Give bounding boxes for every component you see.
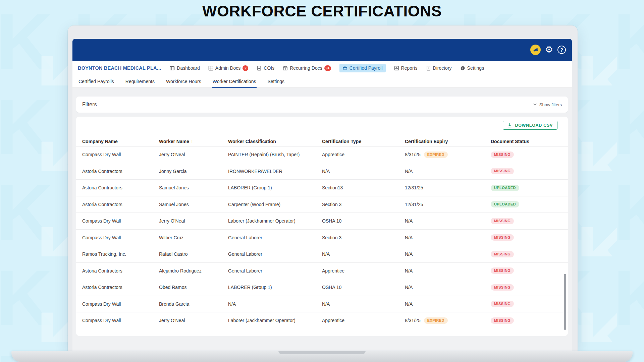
status-badge: MISSING [491, 234, 514, 241]
sort-ascending-icon: ↑ [191, 139, 193, 144]
filters-title: Filters [82, 102, 97, 108]
status-badge: MISSING [491, 251, 514, 257]
nav-item-certified-payroll[interactable]: Certified Payroll [339, 64, 386, 72]
worker-name-cell: Wilber Cruz [159, 235, 228, 240]
certification-type-cell: Section 3 [322, 202, 405, 207]
certification-type-cell: N/A [322, 251, 405, 257]
company-name-cell: Ramos Trucking, Inc. [82, 251, 159, 257]
worker-name-cell: Obed Ramos [159, 285, 228, 290]
project-name[interactable]: BOYNTON BEACH MEDICAL PLA... [78, 65, 161, 71]
worker-classification-cell: N/A [228, 301, 322, 307]
nav-item-settings[interactable]: Settings [460, 65, 484, 71]
certification-expiry-cell: 8/31/25EXPIRED [405, 317, 491, 324]
tab-workforce-hours[interactable]: Workforce Hours [165, 76, 202, 88]
certification-expiry-cell: 12/31/25 [405, 202, 491, 207]
table-scrollbar[interactable] [564, 274, 566, 330]
table-row: Astoria ContractorsSamuel JonesCarpenter… [76, 196, 568, 213]
table-row: Compass Dry WallJerry O'NealPAINTER (Rep… [76, 146, 568, 163]
certification-type-cell: OSHA 10 [322, 285, 405, 290]
certification-expiry-cell: N/A [405, 285, 491, 290]
nav-item-label: Reports [401, 65, 418, 71]
column-header-worker-classification[interactable]: Worker Classification [228, 139, 322, 144]
status-badge: UPLOADED [491, 201, 519, 207]
help-button[interactable]: ? [557, 46, 566, 54]
document-status-cell: MISSING [491, 317, 565, 324]
certification-expiry-cell: N/A [405, 218, 491, 224]
directory-icon [426, 66, 431, 71]
company-name-cell: Astoria Contractors [82, 185, 159, 190]
nav-item-recurring-docs[interactable]: Recurring Docs9+ [283, 65, 331, 71]
column-header-document-status[interactable]: Document Status [491, 139, 565, 144]
worker-name-cell: Alejandro Rodriguez [159, 268, 228, 274]
announcements-button[interactable] [530, 45, 541, 55]
status-badge: MISSING [491, 267, 514, 274]
show-filters-label: Show filters [539, 102, 562, 107]
worker-name-cell: Jerry O'Neal [159, 318, 228, 323]
settings-gear-button[interactable]: ⚙ [545, 45, 553, 54]
nav-item-dashboard[interactable]: Dashboard [170, 65, 200, 71]
worker-name-cell: Rafael Castro [159, 251, 228, 257]
column-header-label: Worker Classification [228, 139, 276, 144]
status-badge: MISSING [491, 218, 514, 224]
certified-payroll-icon [342, 66, 347, 71]
tab-certified-payrolls[interactable]: Certified Payrolls [78, 76, 115, 88]
download-csv-button[interactable]: DOWNLOAD CSV [503, 121, 557, 130]
certification-type-cell: Apprentice [322, 318, 405, 323]
company-name-cell: Astoria Contractors [82, 285, 159, 290]
notification-badge: 2 [243, 65, 248, 71]
worker-name-cell: Jonny Garcia [159, 169, 228, 174]
worker-classification-cell: PAINTER (Repaint) (Brush, Taper) [228, 152, 322, 157]
document-status-cell: MISSING [491, 301, 565, 307]
status-badge: MISSING [491, 284, 514, 291]
nav-item-directory[interactable]: Directory [426, 65, 452, 71]
table-row: Compass Dry WallJerry O'NealLaborer (Jac… [76, 213, 568, 230]
certification-type-cell: Apprentice [322, 268, 405, 274]
expired-badge: EXPIRED [424, 317, 448, 324]
status-badge: MISSING [491, 152, 514, 158]
certification-expiry-cell: 8/31/25EXPIRED [405, 152, 491, 158]
tab-worker-certifications[interactable]: Worker Certifications [212, 76, 257, 88]
cois-icon [257, 66, 262, 71]
column-header-certification-type[interactable]: Certification Type [322, 139, 405, 144]
table-body: Compass Dry WallJerry O'NealPAINTER (Rep… [76, 146, 568, 329]
gear-icon: ⚙ [545, 45, 553, 54]
certification-expiry-cell: N/A [405, 235, 491, 240]
worker-classification-cell: LABORER (Group 1) [228, 285, 322, 290]
worker-name-cell: Jerry O'Neal [159, 218, 228, 224]
column-header-certification-expiry[interactable]: Certification Expiry [405, 139, 491, 144]
document-status-cell: MISSING [491, 152, 565, 158]
column-header-company-name[interactable]: Company Name [82, 139, 159, 144]
filters-panel: Filters Show filters [76, 97, 568, 113]
subtab-bar: Certified PayrollsRequirementsWorkforce … [72, 75, 572, 88]
tab-settings[interactable]: Settings [267, 76, 285, 88]
megaphone-icon [533, 47, 538, 53]
show-filters-toggle[interactable]: Show filters [533, 102, 562, 107]
worker-classification-cell: Carpenter (Wood Frame) [228, 202, 322, 207]
expired-badge: EXPIRED [424, 152, 448, 158]
company-name-cell: Compass Dry Wall [82, 301, 159, 307]
settings-info-icon [460, 66, 465, 71]
reports-icon [394, 66, 399, 71]
certification-expiry-cell: N/A [405, 301, 491, 307]
table-row: Astoria ContractorsObed RamosLABORER (Gr… [76, 279, 568, 296]
company-name-cell: Astoria Contractors [82, 202, 159, 207]
company-name-cell: Compass Dry Wall [82, 152, 159, 157]
column-header-label: Company Name [82, 139, 118, 144]
app-header-bar: ⚙ ? [72, 39, 572, 61]
worker-classification-cell: General Laborer [228, 268, 322, 274]
nav-item-reports[interactable]: Reports [394, 65, 418, 71]
column-header-worker-name[interactable]: Worker Name↑ [159, 139, 228, 144]
status-badge: UPLOADED [491, 185, 519, 191]
column-header-label: Certification Type [322, 139, 361, 144]
nav-item-label: Directory [433, 65, 452, 71]
dashboard-icon [170, 66, 175, 71]
status-badge: MISSING [491, 168, 514, 174]
status-badge: MISSING [491, 301, 514, 307]
tab-requirements[interactable]: Requirements [125, 76, 155, 88]
company-name-cell: Astoria Contractors [82, 268, 159, 274]
nav-item-admin-docs[interactable]: Admin Docs2 [208, 65, 248, 71]
certification-type-cell: Apprentice [322, 152, 405, 157]
nav-item-cois[interactable]: COIs [257, 65, 274, 71]
status-badge: MISSING [491, 317, 514, 324]
nav-item-label: Settings [467, 65, 484, 71]
